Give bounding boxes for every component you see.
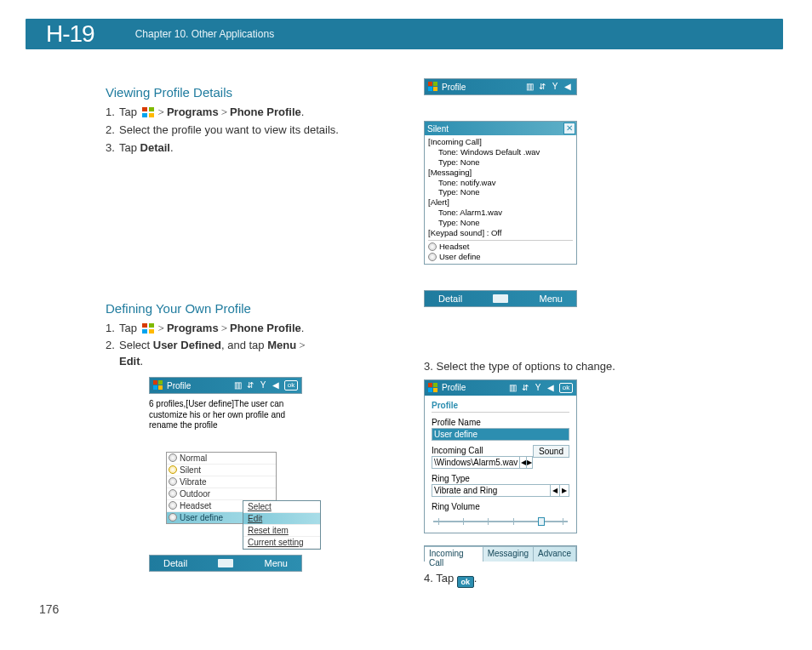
gear-icon bbox=[169, 513, 177, 522]
signal-icon: ▥ bbox=[524, 82, 535, 92]
gear-icon bbox=[169, 453, 177, 462]
chevron-left-icon: ◀ bbox=[551, 485, 559, 496]
softkey-detail[interactable]: Detail bbox=[163, 558, 187, 568]
chapter-label: Chapter 10. Other Applications bbox=[135, 28, 274, 40]
brand-logo: H-19 bbox=[26, 20, 135, 48]
menu-item-edit[interactable]: Edit bbox=[243, 513, 320, 525]
connectivity-icon: ⇵ bbox=[520, 383, 530, 393]
section-b-heading: Defining Your Own Profile bbox=[34, 301, 393, 316]
softkey-menu[interactable]: Menu bbox=[539, 294, 563, 304]
signal-icon: ▥ bbox=[507, 383, 518, 393]
windows-flag-icon bbox=[142, 323, 154, 334]
gear-icon bbox=[169, 489, 177, 498]
list-item[interactable]: Normal bbox=[167, 453, 276, 465]
list-item[interactable]: Vibrate bbox=[167, 476, 276, 488]
volume-icon: ◀ bbox=[546, 383, 556, 393]
label-ring-type: Ring Type bbox=[432, 474, 569, 483]
silent-detail-panel: Silent ✕ [Incoming Call] Tone: Windows D… bbox=[424, 121, 577, 265]
volume-icon: ◀ bbox=[563, 82, 573, 92]
label-incoming-call: Incoming Call Sound bbox=[432, 446, 569, 455]
signal-icon: ▥ bbox=[232, 380, 243, 391]
antenna-icon: Y bbox=[550, 82, 560, 92]
gear-icon bbox=[428, 253, 437, 261]
wm-title: Profile bbox=[167, 381, 191, 391]
step-a2: 2.Select the profile you want to view it… bbox=[106, 123, 393, 139]
section-a-steps: 1.Tap >Programs>Phone Profile. 2.Select … bbox=[34, 105, 393, 157]
right-column: Profile ▥ ⇵ Y ◀ Silent ✕ [Incoming Call]… bbox=[415, 78, 775, 595]
gear-icon bbox=[169, 477, 177, 486]
menu-item-reset[interactable]: Reset item bbox=[243, 525, 320, 537]
incoming-call-input[interactable]: \Windows\Alarm5.wav bbox=[432, 456, 520, 469]
softkey-menu[interactable]: Menu bbox=[264, 558, 288, 568]
ok-chip-icon: ok bbox=[457, 576, 474, 588]
connectivity-icon: ⇵ bbox=[537, 82, 547, 92]
edit-form: Profile Profile Name User define Incomin… bbox=[425, 396, 576, 533]
list-item[interactable]: Outdoor bbox=[167, 488, 276, 500]
wm-titlebar: Profile ▥ ⇵ Y ◀ ok bbox=[425, 380, 576, 396]
edit-profile-screenshot: Profile ▥ ⇵ Y ◀ ok Profile Profile Name … bbox=[424, 379, 577, 533]
silent-detail-screenshot: Profile ▥ ⇵ Y ◀ bbox=[424, 78, 577, 95]
tab-advance[interactable]: Advance bbox=[534, 547, 576, 562]
keyboard-icon[interactable] bbox=[493, 294, 508, 303]
spinner[interactable]: ◀▶ bbox=[551, 484, 569, 497]
section-b-steps: 1.Tap >Programs>Phone Profile. 2.Select … bbox=[34, 321, 393, 371]
antenna-icon: Y bbox=[533, 383, 543, 393]
chevron-right-icon: ▶ bbox=[526, 457, 532, 468]
tab-messaging[interactable]: Messaging bbox=[483, 547, 534, 562]
volume-icon: ◀ bbox=[271, 380, 281, 391]
page-number: 176 bbox=[39, 602, 59, 616]
antenna-icon: Y bbox=[258, 380, 268, 391]
profile-name-input[interactable]: User define bbox=[432, 428, 569, 441]
list-item[interactable]: Silent bbox=[167, 465, 276, 476]
step-a1: 1.Tap >Programs>Phone Profile. bbox=[106, 105, 393, 121]
section-a-heading: Viewing Profile Details bbox=[34, 85, 393, 100]
step-b1: 1.Tap >Programs>Phone Profile. bbox=[106, 321, 393, 337]
wm-title: Profile bbox=[442, 83, 466, 92]
step-b2: 2.Select User Defined, and tap Menu> Edi… bbox=[106, 338, 393, 370]
spinner[interactable]: ◀▶ bbox=[520, 456, 533, 469]
connectivity-icon: ⇵ bbox=[245, 380, 255, 391]
wm-title: Profile bbox=[442, 383, 466, 392]
ok-button[interactable]: ok bbox=[559, 383, 573, 393]
left-column: Viewing Profile Details 1.Tap >Programs>… bbox=[34, 78, 393, 595]
profile-list-screenshot: Profile ▥ ⇵ Y ◀ ok bbox=[149, 377, 302, 394]
wm-titlebar: Profile ▥ ⇵ Y ◀ ok bbox=[150, 378, 301, 393]
context-menu: Select Edit Reset item Current setting bbox=[243, 500, 321, 550]
step-c4: 4. Tap ok. bbox=[424, 572, 775, 588]
softkey-detail[interactable]: Detail bbox=[438, 294, 462, 304]
tab-incoming-call[interactable]: Incoming Call bbox=[425, 547, 483, 562]
windows-flag-icon bbox=[142, 107, 154, 117]
ring-volume-slider[interactable] bbox=[432, 514, 569, 527]
page-content: Viewing Profile Details 1.Tap >Programs>… bbox=[26, 68, 783, 630]
close-icon[interactable]: ✕ bbox=[563, 123, 575, 134]
step-c3: 3. Select the type of options to change. bbox=[424, 360, 775, 373]
sound-button[interactable]: Sound bbox=[533, 445, 569, 458]
gear-icon bbox=[169, 501, 177, 510]
gear-icon bbox=[428, 242, 437, 251]
start-flag-icon[interactable] bbox=[428, 383, 438, 393]
start-flag-icon[interactable] bbox=[428, 82, 438, 92]
chevron-right-icon: ▶ bbox=[559, 485, 569, 496]
form-heading: Profile bbox=[432, 401, 569, 413]
ok-button[interactable]: ok bbox=[284, 380, 298, 391]
menu-item-select[interactable]: Select bbox=[243, 501, 320, 513]
ring-type-input[interactable]: Vibrate and Ring bbox=[432, 484, 551, 497]
profile-list-description: 6 profiles,[User define]The user can cus… bbox=[149, 394, 294, 436]
silent-bottom-bar: Detail Menu bbox=[424, 290, 577, 307]
wm-titlebar: Profile ▥ ⇵ Y ◀ bbox=[425, 79, 576, 94]
label-ring-volume: Ring Volume bbox=[432, 502, 569, 511]
label-profile-name: Profile Name bbox=[432, 418, 569, 427]
gear-icon bbox=[169, 465, 177, 474]
keyboard-icon[interactable] bbox=[218, 559, 233, 567]
edit-tabs: Incoming Call Messaging Advance bbox=[424, 545, 577, 562]
profile-list-bottom-bar: Detail Menu bbox=[149, 555, 302, 572]
step-a3: 3.Tap Detail. bbox=[106, 140, 393, 157]
start-flag-icon[interactable] bbox=[153, 380, 163, 391]
header-band: H-19 Chapter 10. Other Applications bbox=[26, 19, 783, 49]
silent-panel-header: Silent ✕ bbox=[425, 122, 576, 135]
silent-detail-body: [Incoming Call] Tone: Windows Default .w… bbox=[425, 135, 576, 264]
menu-item-current[interactable]: Current setting bbox=[243, 537, 320, 549]
